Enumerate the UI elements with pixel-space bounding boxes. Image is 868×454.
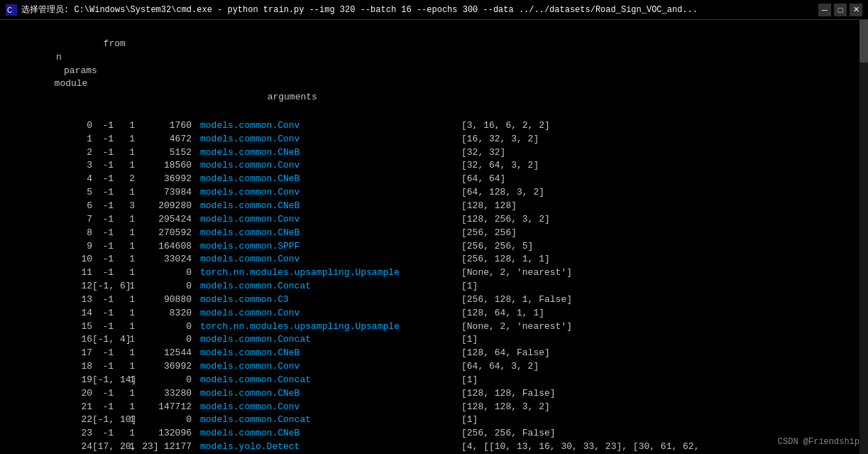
cell-row-num: 0: [7, 119, 92, 133]
cell-module: models.common.Conv: [192, 186, 461, 200]
cell-count: 1: [114, 374, 135, 387]
cell-row-num: 24: [7, 441, 92, 454]
cell-module: models.common.Conv: [192, 213, 461, 227]
cell-args: [32, 64, 3, 2]: [461, 159, 539, 173]
cell-n: -1: [92, 401, 114, 414]
cmd-window: C 选择管理员: C:\Windows\System32\cmd.exe - p…: [0, 0, 868, 454]
cell-module: models.common.SPPF: [192, 240, 461, 254]
cell-row-num: 13: [7, 293, 92, 307]
minimize-button[interactable]: ─: [818, 4, 831, 16]
cell-args: [64, 64]: [461, 173, 505, 186]
cell-count: 1: [114, 347, 135, 360]
cell-params: 295424: [135, 213, 192, 227]
cell-params: 33024: [135, 253, 192, 266]
cell-count: 1: [114, 293, 135, 307]
cell-args: [3, 16, 6, 2, 2]: [461, 119, 550, 133]
cell-n: -1: [92, 213, 114, 227]
cell-module: models.yolo.Detect: [192, 441, 461, 454]
cell-count: 1: [114, 240, 135, 254]
cell-row-num: 3: [7, 159, 92, 173]
cell-module: models.common.Concat: [192, 333, 461, 347]
cell-args: [64, 128, 3, 2]: [461, 186, 544, 200]
cell-params: 12177: [135, 441, 192, 454]
cell-n: -1: [92, 253, 114, 266]
table-row: 17-1112544models.common.CNeB[128, 64, Fa…: [7, 347, 861, 360]
table-row: 0-111760models.common.Conv[3, 16, 6, 2, …: [7, 119, 861, 133]
cell-row-num: 7: [7, 213, 92, 227]
cell-count: 1: [114, 227, 135, 240]
cell-row-num: 20: [7, 387, 92, 401]
cell-args: [1]: [461, 280, 478, 293]
cell-args: [256, 128, 1, 1]: [461, 253, 550, 266]
cell-row-num: 1: [7, 133, 92, 146]
cell-count: 1: [114, 441, 135, 454]
cell-module: models.common.C3: [192, 293, 461, 307]
cell-count: 1: [114, 119, 135, 133]
cell-count: 1: [114, 401, 135, 414]
cell-args: [256, 128, 1, False]: [461, 293, 572, 307]
cell-n: -1: [92, 387, 114, 401]
cell-params: 8320: [135, 307, 192, 320]
cell-row-num: 15: [7, 320, 92, 334]
cell-module: models.common.CNeB: [192, 347, 461, 360]
table-row: 11-110torch.nn.modules.upsampling.Upsamp…: [7, 266, 861, 280]
cell-module: models.common.Concat: [192, 280, 461, 293]
cell-n: -1: [92, 347, 114, 360]
cell-row-num: 12: [7, 280, 92, 293]
console-area: from n params module arguments 0-111760m…: [0, 20, 868, 454]
scrollbar-thumb[interactable]: [859, 20, 868, 63]
cell-count: 2: [114, 173, 135, 186]
cell-args: [256, 256, 5]: [461, 240, 533, 254]
branding-text: CSDN @Friendship: [778, 436, 859, 448]
cell-module: models.common.Conv: [192, 119, 461, 133]
cell-row-num: 22: [7, 414, 92, 427]
cell-args: [128, 128, 3, 2]: [461, 401, 550, 414]
cell-module: models.common.Conv: [192, 159, 461, 173]
cell-count: 1: [114, 414, 135, 427]
svg-text:C: C: [7, 6, 12, 14]
cell-row-num: 11: [7, 266, 92, 280]
cell-row-num: 9: [7, 240, 92, 254]
table-row: 19[-1, 14]10models.common.Concat[1]: [7, 374, 861, 387]
cell-row-num: 18: [7, 360, 92, 374]
cell-row-num: 21: [7, 401, 92, 414]
cell-n: -1: [92, 240, 114, 254]
cmd-icon: C: [6, 4, 17, 16]
cell-n: -1: [92, 159, 114, 173]
table-row: 4-1236992models.common.CNeB[64, 64]: [7, 173, 861, 186]
cell-n: -1: [92, 266, 114, 280]
close-button[interactable]: ✕: [850, 4, 862, 16]
cell-params: 0: [135, 266, 192, 280]
cell-module: models.common.CNeB: [192, 173, 461, 186]
cell-n: -1: [92, 307, 114, 320]
cell-args: [1]: [461, 333, 478, 347]
table-row: 21-11147712models.common.Conv[128, 128, …: [7, 401, 861, 414]
table-row: 2-115152models.common.CNeB[32, 32]: [7, 146, 861, 160]
cell-module: models.common.CNeB: [192, 146, 461, 160]
cell-params: 270592: [135, 227, 192, 240]
cell-params: 12544: [135, 347, 192, 360]
cell-count: 3: [114, 200, 135, 213]
cell-module: models.common.Conv: [192, 307, 461, 320]
cell-n: [-1, 10]: [92, 414, 114, 427]
title-bar-text: 选择管理员: C:\Windows\System32\cmd.exe - pyt…: [21, 4, 813, 16]
table-row: 16[-1, 4]10models.common.Concat[1]: [7, 333, 861, 347]
cell-params: 0: [135, 374, 192, 387]
cell-n: [-1, 14]: [92, 374, 114, 387]
cell-args: [32, 32]: [461, 146, 505, 160]
cell-params: 0: [135, 280, 192, 293]
cell-n: -1: [92, 227, 114, 240]
cell-params: 147712: [135, 401, 192, 414]
cell-module: models.common.Conv: [192, 360, 461, 374]
cell-row-num: 6: [7, 200, 92, 213]
cell-module: torch.nn.modules.upsampling.Upsample: [192, 320, 461, 334]
cell-count: 1: [114, 146, 135, 160]
cell-args: [64, 64, 3, 2]: [461, 360, 539, 374]
maximize-button[interactable]: □: [834, 4, 847, 16]
cell-module: models.common.Concat: [192, 374, 461, 387]
cell-module: models.common.Conv: [192, 401, 461, 414]
scrollbar[interactable]: [859, 20, 868, 454]
cell-row-num: 4: [7, 173, 92, 186]
cell-params: 1760: [135, 119, 192, 133]
table-row: 24[17, 20, 23]112177models.yolo.Detect[4…: [7, 441, 861, 454]
